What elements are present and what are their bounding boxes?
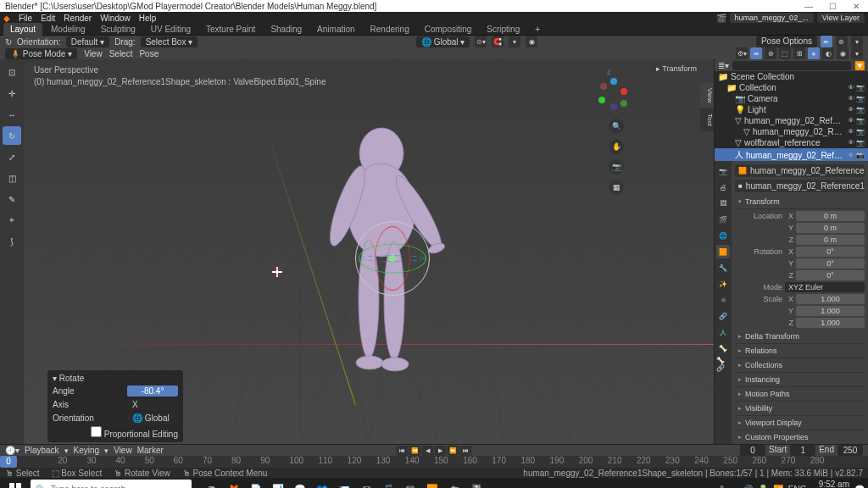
- eye-icon[interactable]: 👁: [848, 128, 854, 136]
- eye-icon[interactable]: 👁: [848, 95, 854, 103]
- ws-tab-scripting[interactable]: Scripting: [480, 23, 526, 36]
- ws-tab-modeling[interactable]: Modeling: [44, 23, 92, 36]
- rotation-x[interactable]: 0°: [796, 247, 865, 257]
- tool-rotate[interactable]: ↻: [3, 126, 21, 145]
- taskbar-app[interactable]: 🗀: [444, 480, 465, 488]
- outliner-row[interactable]: 💡Light👁📷: [715, 104, 868, 115]
- jump-end-icon[interactable]: ⏭: [460, 446, 472, 456]
- prop-tab-data[interactable]: 人: [716, 325, 730, 339]
- outliner-row[interactable]: 📁Collection👁📷: [715, 82, 868, 93]
- property-section[interactable]: Motion Paths: [735, 387, 865, 402]
- taskbar-app[interactable]: 👥: [312, 480, 332, 488]
- n-panel-tab-tool[interactable]: Tool: [700, 108, 714, 131]
- property-section[interactable]: Collections: [735, 358, 865, 373]
- tool-select-box[interactable]: ⊡: [3, 63, 21, 81]
- taskbar-app[interactable]: 🎮: [400, 480, 420, 488]
- show-overlays-toggle[interactable]: ⊚: [765, 47, 776, 59]
- eye-icon[interactable]: 👁: [848, 139, 854, 147]
- eye-icon[interactable]: 👁: [848, 84, 854, 92]
- shading-wireframe[interactable]: ⊞: [793, 47, 805, 59]
- location-z[interactable]: 0 m: [796, 235, 865, 245]
- tool-scale[interactable]: ⤢: [3, 147, 21, 166]
- timeline-keying[interactable]: Keying: [74, 446, 100, 455]
- proportional-checkbox[interactable]: [91, 426, 102, 437]
- shading-rendered[interactable]: ◉: [837, 47, 849, 59]
- outliner-row[interactable]: ▽human_meggy_02_Reference1Shape👁📷: [715, 115, 868, 126]
- operator-panel[interactable]: ▾ Rotate Angle-80.4° AxisX Orientation🌐 …: [47, 370, 183, 442]
- ws-tab-shading[interactable]: Shading: [264, 23, 309, 36]
- overlay-toggle[interactable]: ⊚: [836, 36, 848, 47]
- n-panel-tab-view[interactable]: View: [700, 83, 714, 108]
- menu-render[interactable]: Render: [64, 14, 92, 23]
- ws-tab-compositing[interactable]: Compositing: [418, 23, 479, 36]
- taskbar-search[interactable]: 🔍: [31, 480, 192, 488]
- pan-icon[interactable]: ✋: [609, 139, 624, 154]
- tray-icon[interactable]: 🔋: [758, 485, 768, 489]
- taskbar-app[interactable]: 📓: [466, 480, 487, 488]
- camera-toggle-icon[interactable]: 📷: [856, 117, 865, 125]
- shading-solid[interactable]: ●: [808, 47, 820, 59]
- snap-toggle[interactable]: 🧲: [492, 36, 504, 47]
- outliner-row[interactable]: ▽wolfbrawl_reference👁📷: [715, 137, 868, 148]
- pivot-dropdown[interactable]: ⊙▾: [475, 36, 487, 47]
- select-menu[interactable]: Select: [109, 49, 133, 58]
- taskbar-app[interactable]: 🎵: [378, 480, 398, 488]
- pose-menu[interactable]: Pose: [139, 49, 159, 58]
- prop-tab-constraints[interactable]: 🔗: [716, 309, 730, 323]
- location-x[interactable]: 0 m: [796, 211, 865, 221]
- outliner-row[interactable]: ▽human_meggy_02_Reference1Shape👁📷: [715, 126, 868, 137]
- rotation-mode[interactable]: XYZ Euler: [785, 282, 865, 292]
- nav-gizmo[interactable]: Z: [595, 76, 629, 110]
- close-button[interactable]: ✕: [849, 2, 863, 11]
- prop-tab-particles[interactable]: ✨: [716, 277, 730, 291]
- end-frame[interactable]: 250: [837, 445, 863, 456]
- outliner-row[interactable]: 人human_meggy_02_Reference1Shape_skeleton…: [715, 148, 868, 161]
- ws-tab-uv[interactable]: UV Editing: [144, 23, 198, 36]
- prop-tab-modifiers[interactable]: 🔧: [716, 261, 730, 274]
- search-input[interactable]: [51, 485, 186, 489]
- ws-tab-layout[interactable]: Layout: [3, 23, 42, 36]
- play-icon[interactable]: ▶: [435, 446, 447, 456]
- scale-x[interactable]: 1.000: [796, 294, 865, 304]
- axis-dropdown[interactable]: X: [127, 399, 178, 410]
- view-menu[interactable]: View: [84, 49, 103, 58]
- menu-window[interactable]: Window: [100, 14, 131, 23]
- tool-annotate[interactable]: ✎: [3, 190, 21, 208]
- tool-cursor[interactable]: ✛: [3, 84, 21, 103]
- tray-icon[interactable]: 🔊: [743, 485, 753, 489]
- eye-icon[interactable]: 👁: [848, 117, 854, 125]
- timeline-playback[interactable]: Playback: [25, 446, 59, 455]
- gizmo-visibility[interactable]: ⬌: [821, 36, 832, 47]
- camera-view-icon[interactable]: 📷: [609, 159, 624, 175]
- prop-tab-render[interactable]: 📷: [716, 164, 730, 178]
- property-section[interactable]: Relations: [735, 344, 865, 358]
- properties-datablock[interactable]: ■ human_meggy_02_Reference1Shape_skeleto…: [735, 180, 865, 192]
- camera-toggle-icon[interactable]: 📷: [856, 152, 865, 159]
- shading-options[interactable]: ▾: [851, 47, 863, 59]
- menu-edit[interactable]: Edit: [41, 14, 55, 23]
- location-y[interactable]: 0 m: [796, 223, 865, 233]
- camera-toggle-icon[interactable]: 📷: [856, 95, 865, 103]
- prop-tab-scene[interactable]: 🎬: [716, 213, 730, 226]
- prop-tab-output[interactable]: 🖨: [716, 180, 730, 194]
- tool-move[interactable]: ↔: [3, 105, 21, 124]
- play-reverse-icon[interactable]: ◀: [422, 446, 434, 456]
- operator-title[interactable]: ▾ Rotate: [53, 374, 178, 383]
- timeline-marker[interactable]: Marker: [137, 446, 164, 455]
- taskbar-clock[interactable]: 9:52 am 30/3/2020: [812, 480, 850, 488]
- overlay-dropdown[interactable]: ▾: [851, 36, 863, 47]
- taskbar-app[interactable]: 📨: [334, 480, 354, 488]
- keyframe-prev-icon[interactable]: ⏪: [409, 446, 421, 456]
- property-section[interactable]: Custom Properties: [735, 430, 865, 444]
- tool-transform[interactable]: ◫: [3, 169, 21, 187]
- view-layer-selector[interactable]: View Layer: [817, 13, 865, 23]
- scene-selector[interactable]: human_meggy_02_...: [730, 13, 814, 23]
- taskbar-app[interactable]: 💬: [290, 480, 310, 488]
- eye-icon[interactable]: 👁: [848, 106, 854, 114]
- ws-tab-sculpting[interactable]: Sculpting: [94, 23, 142, 36]
- orientation-op-dropdown[interactable]: 🌐 Global: [127, 413, 178, 424]
- outliner-filter-icon[interactable]: 🔽: [854, 61, 865, 70]
- minimize-button[interactable]: —: [802, 2, 815, 11]
- taskbar-app[interactable]: 📄: [246, 480, 266, 488]
- snap-dropdown[interactable]: ▾: [509, 36, 520, 47]
